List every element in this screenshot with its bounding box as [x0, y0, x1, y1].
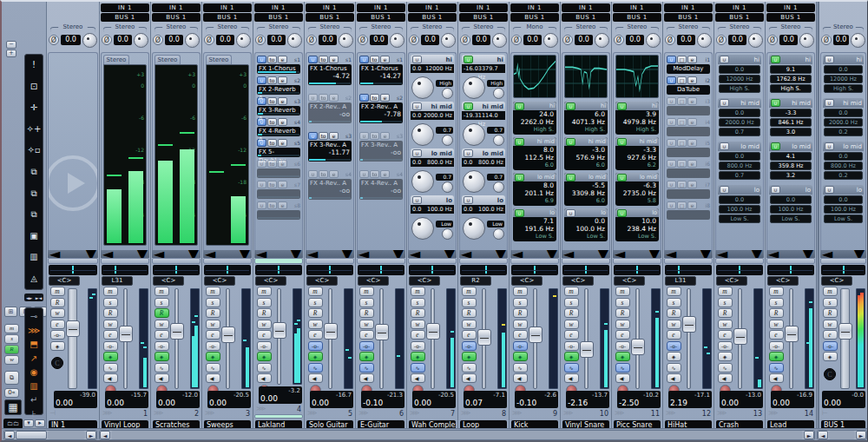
write-automation-button[interactable]: w: [513, 320, 528, 329]
level-value-box[interactable]: -16.70.00: [310, 391, 353, 408]
eq-band-display[interactable]: -19.31114.0 Hz: [462, 111, 505, 120]
selection-bar[interactable]: [510, 258, 559, 264]
send-name[interactable]: [257, 210, 300, 220]
input-gain-value[interactable]: 0.0: [523, 35, 542, 45]
input-gain-value[interactable]: 0.0: [216, 35, 234, 45]
eq-power-button[interactable]: ∪: [825, 142, 834, 150]
solo-button[interactable]: s: [718, 298, 733, 307]
eq-q-value[interactable]: Low S.: [513, 233, 556, 241]
input-gain-value[interactable]: 0.0: [421, 35, 439, 45]
insert-power-button[interactable]: ∪: [667, 97, 676, 105]
write-automation-button[interactable]: w: [615, 320, 630, 329]
eq-freq-value[interactable]: 100.0 Hz: [824, 205, 863, 214]
fader-handle[interactable]: [580, 341, 594, 358]
send-prefader-button[interactable]: to: [267, 160, 277, 168]
bank-dropdown[interactable]: ▾: [23, 419, 34, 427]
listen-button[interactable]: ∿: [359, 363, 374, 373]
listen-button[interactable]: ∿: [155, 363, 169, 373]
eq-power-button[interactable]: ∪: [464, 196, 473, 204]
write-automation-button[interactable]: w: [155, 320, 169, 329]
send-power-button[interactable]: ∪: [257, 201, 266, 209]
global-mute-button[interactable]: m: [4, 324, 19, 333]
eq-knob-view-icon[interactable]: ◉: [25, 366, 43, 379]
write-automation-button[interactable]: w: [359, 320, 374, 329]
send-edit-button[interactable]: e: [278, 76, 287, 84]
read-automation-button[interactable]: R: [155, 308, 169, 318]
input-gain-knob[interactable]: [799, 33, 814, 48]
input-routing-select[interactable]: IN 1: [562, 3, 610, 12]
eq-power-button[interactable]: ∪: [825, 99, 834, 107]
eq-freq-value[interactable]: 2000.0 Hz: [719, 118, 760, 127]
eq-q-value[interactable]: 6.0: [513, 162, 556, 169]
phase-button[interactable]: Ø: [409, 35, 419, 45]
insert-name[interactable]: [667, 189, 710, 199]
input-gain-knob[interactable]: [287, 33, 302, 48]
pan-value[interactable]: <C>: [767, 276, 799, 286]
solo-button[interactable]: s: [411, 298, 425, 307]
scroll-right-arrow[interactable]: ►: [804, 431, 814, 439]
eq-freq-value[interactable]: 100.0 Hz: [719, 205, 760, 214]
eq-gain-knob[interactable]: [411, 217, 434, 240]
edit-channel-button[interactable]: e: [823, 330, 838, 340]
send-power-button[interactable]: ∪: [308, 56, 318, 63]
scroll-right-arrow[interactable]: ►: [856, 431, 866, 439]
mute-button[interactable]: m: [823, 287, 838, 296]
mute-button[interactable]: m: [257, 287, 272, 296]
fader-handle[interactable]: [66, 320, 80, 337]
send-prefader-button[interactable]: to: [319, 56, 328, 63]
inserts-view-icon[interactable]: ⬒: [25, 338, 43, 352]
send-name[interactable]: [257, 189, 300, 199]
eq-band-display[interactable]: 0.0800.0 Hz: [462, 158, 505, 167]
pan-value[interactable]: <C>: [409, 276, 440, 286]
eq-power-button[interactable]: ∪: [412, 196, 422, 204]
eq-gain-knob[interactable]: [463, 170, 485, 193]
input-gain-value[interactable]: 0.0: [319, 35, 337, 45]
phase-button[interactable]: Ø: [511, 35, 522, 45]
send-edit-button[interactable]: e: [329, 170, 339, 178]
pan-slider[interactable]: [665, 265, 712, 275]
output-routing-select[interactable]: BUS 1: [408, 13, 457, 22]
eq-gain-value[interactable]: 0.0: [824, 195, 863, 204]
eq-power-button[interactable]: ∪: [566, 209, 575, 217]
send-edit-button[interactable]: e: [380, 94, 390, 102]
speaker-icon[interactable]: ◀·: [718, 373, 733, 383]
write-automation-button[interactable]: w: [564, 320, 579, 329]
eq-gain-value[interactable]: 24.0: [513, 110, 556, 118]
speaker-icon[interactable]: ◀·: [155, 373, 169, 383]
pan-value[interactable]: R2: [460, 276, 491, 286]
read-automation-button[interactable]: R: [462, 308, 477, 318]
send-power-button[interactable]: ∪: [308, 170, 318, 178]
pan-value[interactable]: <C>: [49, 276, 80, 286]
eq-q-value[interactable]: 0.2: [824, 128, 863, 136]
send-power-button[interactable]: ∪: [257, 76, 266, 84]
solo-button[interactable]: s: [513, 298, 528, 307]
eq-power-button[interactable]: ∪: [825, 56, 834, 63]
eq-band-display[interactable]: -16.03379.7 Hz: [462, 64, 505, 73]
bank-display[interactable]: 🗀🗀: [3, 419, 23, 429]
selection-bar[interactable]: [820, 258, 866, 264]
listen-button[interactable]: ∿: [667, 363, 681, 373]
fader-handle[interactable]: [119, 326, 133, 342]
read-automation-button[interactable]: R: [823, 308, 838, 318]
send-prefader-button[interactable]: to: [267, 181, 277, 188]
phase-button[interactable]: Ø: [460, 35, 470, 45]
eq-power-button[interactable]: ∪: [720, 142, 729, 150]
pan-slider[interactable]: [562, 265, 609, 275]
input-gain-button[interactable]: -o-: [513, 341, 528, 351]
read-automation-button[interactable]: R: [103, 308, 118, 318]
phase-button[interactable]: Ø: [665, 35, 675, 45]
panel-arrow-1[interactable]: ►◄: [36, 295, 43, 300]
output-routing-select[interactable]: BUS 1: [203, 13, 252, 22]
input-gain-button[interactable]: -o-: [103, 341, 118, 351]
mute-button[interactable]: m: [155, 287, 169, 296]
eq-power-button[interactable]: ∪: [515, 102, 524, 110]
pan-slider[interactable]: [511, 265, 558, 275]
selection-bar[interactable]: [766, 258, 815, 264]
selection-bar[interactable]: [254, 258, 303, 264]
eq-power-button[interactable]: ∪: [771, 142, 780, 150]
input-gain-button[interactable]: -o-: [359, 341, 374, 351]
pan-value[interactable]: <C>: [614, 276, 645, 286]
send-name[interactable]: FX 3-Rev.. A-11.77: [308, 141, 352, 162]
eq-gain-value[interactable]: -3.0: [564, 146, 608, 154]
routing-1-4-icon[interactable]: ⧉: [25, 187, 43, 201]
